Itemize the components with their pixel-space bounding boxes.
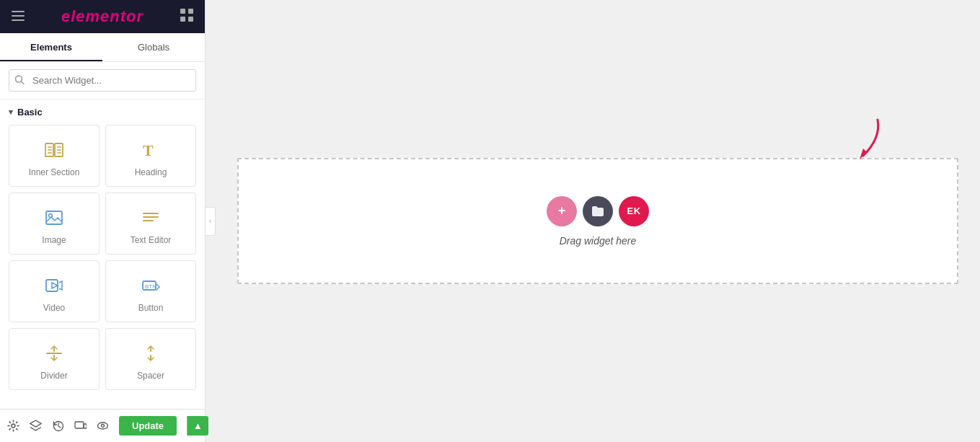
history-icon[interactable] xyxy=(52,420,64,432)
search-icon xyxy=(14,74,25,87)
svg-rect-6 xyxy=(188,17,193,22)
image-icon xyxy=(44,206,64,229)
svg-rect-1 xyxy=(12,15,25,17)
widget-label-heading: Heading xyxy=(135,167,167,177)
drag-label: Drag widget here xyxy=(560,235,637,247)
widget-label-video: Video xyxy=(43,303,65,313)
widget-label-inner-section: Inner Section xyxy=(29,167,80,177)
eye-icon[interactable] xyxy=(97,420,109,432)
svg-text:BTN: BTN xyxy=(145,283,156,290)
widget-inner-section[interactable]: Inner Section xyxy=(9,125,100,187)
button-widget-icon: BTN xyxy=(141,274,161,297)
widget-divider[interactable]: Divider xyxy=(9,328,100,390)
spacer-icon xyxy=(141,342,161,365)
widget-text-editor[interactable]: Text Editor xyxy=(105,193,196,255)
responsive-icon[interactable] xyxy=(74,420,87,432)
ek-button[interactable]: EK xyxy=(619,196,649,226)
arrow-annotation xyxy=(820,116,885,167)
svg-text:T: T xyxy=(143,141,154,159)
main-canvas: + EK Drag widget here xyxy=(216,0,980,442)
update-button[interactable]: Update xyxy=(119,416,177,436)
text-editor-icon xyxy=(141,206,161,229)
widget-video[interactable]: Video xyxy=(9,260,100,322)
gear-icon[interactable] xyxy=(7,420,19,432)
tab-globals[interactable]: Globals xyxy=(102,33,205,61)
video-icon xyxy=(44,274,64,297)
widget-image[interactable]: Image xyxy=(9,193,100,255)
widgets-grid: Inner Section T Heading xyxy=(9,125,196,390)
chevron-down-icon: ▾ xyxy=(9,107,13,117)
section-title-basic: ▾ Basic xyxy=(9,107,196,118)
add-element-button[interactable]: + xyxy=(547,196,577,226)
grid-icon[interactable] xyxy=(180,9,193,25)
sidebar-tabs: Elements Globals xyxy=(0,33,205,62)
widget-label-divider: Divider xyxy=(40,371,67,381)
sidebar-header: elementor xyxy=(0,0,205,33)
sidebar: elementor Elements Globals xyxy=(0,0,206,442)
tab-elements[interactable]: Elements xyxy=(0,33,102,61)
svg-point-38 xyxy=(102,425,105,428)
svg-rect-0 xyxy=(12,11,25,12)
widget-label-image: Image xyxy=(42,235,66,245)
search-box xyxy=(0,62,205,100)
canvas-controls: + EK xyxy=(547,196,649,226)
svg-rect-36 xyxy=(84,424,87,428)
svg-point-32 xyxy=(12,424,15,428)
hamburger-icon[interactable] xyxy=(12,9,25,25)
svg-rect-18 xyxy=(46,211,62,224)
svg-rect-35 xyxy=(75,422,84,428)
widgets-area: ▾ Basic Inner Sec xyxy=(0,100,205,409)
widget-heading[interactable]: T Heading xyxy=(105,125,196,187)
widget-label-button: Button xyxy=(138,303,164,313)
folder-button[interactable] xyxy=(583,196,613,226)
canvas-drop-zone[interactable]: + EK Drag widget here xyxy=(237,158,958,284)
widget-label-text-editor: Text Editor xyxy=(131,235,172,245)
sidebar-bottom: Update ▲ xyxy=(0,409,205,442)
app-logo: elementor xyxy=(61,7,144,26)
divider-icon xyxy=(44,342,64,365)
svg-rect-3 xyxy=(180,9,185,14)
layers-icon[interactable] xyxy=(30,420,42,432)
svg-rect-5 xyxy=(180,17,185,22)
collapse-sidebar-handle[interactable]: ‹ xyxy=(206,207,216,236)
svg-rect-2 xyxy=(12,19,25,21)
widget-button[interactable]: BTN Button xyxy=(105,260,196,322)
svg-marker-24 xyxy=(52,283,58,288)
svg-rect-4 xyxy=(188,9,193,14)
heading-icon: T xyxy=(141,138,161,162)
svg-point-37 xyxy=(98,423,108,429)
search-input[interactable] xyxy=(9,69,196,92)
update-arrow-button[interactable]: ▲ xyxy=(187,416,208,436)
inner-section-icon xyxy=(44,138,64,162)
svg-marker-33 xyxy=(30,420,41,427)
svg-line-8 xyxy=(22,81,25,84)
widget-spacer[interactable]: Spacer xyxy=(105,328,196,390)
widget-label-spacer: Spacer xyxy=(137,371,164,381)
